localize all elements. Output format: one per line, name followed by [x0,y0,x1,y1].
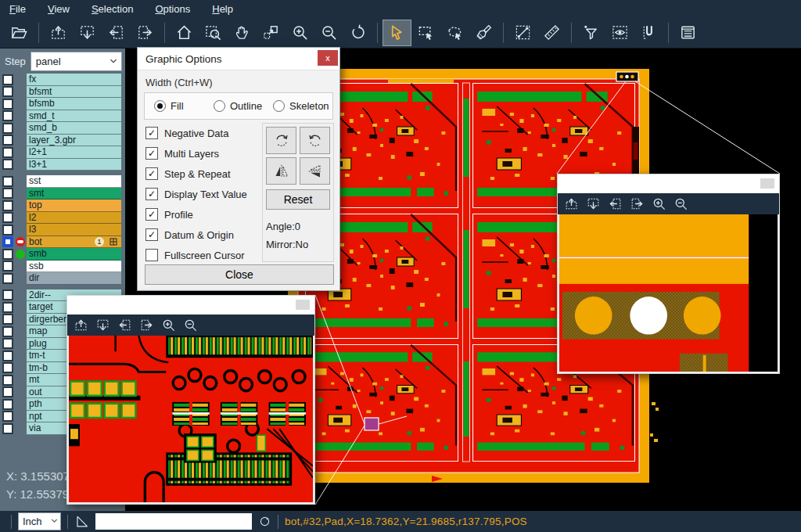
layer-visibility-checkbox[interactable] [2,399,13,410]
layer-row[interactable]: top [0,200,125,212]
polygon-select-icon[interactable] [440,20,469,46]
menu-selection[interactable]: Selection [92,3,133,15]
layer-visibility-checkbox[interactable] [2,302,13,313]
layer-visibility-checkbox[interactable] [2,159,13,170]
home-view-icon[interactable] [170,20,199,46]
menu-view[interactable]: View [48,3,70,15]
display-option-checkbox[interactable]: Step & Repeat [145,164,263,184]
layer-name[interactable]: ssb [27,261,121,273]
rect-select-icon[interactable] [411,20,440,46]
zoom-in-icon[interactable] [161,318,176,332]
pan-left-icon[interactable] [608,196,623,211]
layer-name[interactable]: bot1 [27,236,121,249]
layer-visibility-checkbox[interactable] [2,200,13,211]
layer-row[interactable]: smt [0,188,125,200]
flip-horizontal-icon[interactable] [266,157,296,185]
layer-row[interactable]: l3 [0,224,125,236]
zoom-in-icon[interactable] [286,20,314,46]
pan-right-icon[interactable] [630,196,645,211]
layer-visibility-checkbox[interactable] [2,261,13,271]
checkbox-box[interactable] [145,167,158,180]
layer-visibility-checkbox[interactable] [2,110,13,121]
layer-visibility-checkbox[interactable] [2,123,13,134]
layers-panel-icon[interactable] [673,20,702,46]
checkbox-box[interactable] [145,147,158,160]
display-option-checkbox[interactable]: Multi Layers [145,143,263,164]
open-file-icon[interactable] [5,20,34,46]
zoom-out-icon[interactable] [314,20,343,46]
display-option-checkbox[interactable]: Negative Data [145,123,263,143]
layer-visibility-checkbox[interactable] [2,176,13,187]
command-input[interactable] [95,513,252,530]
refresh-icon[interactable] [258,515,271,528]
layer-row[interactable]: l2+1 [0,146,125,159]
layer-row[interactable]: fx [0,74,125,86]
display-option-checkbox[interactable]: Profile [145,204,263,225]
checkbox-box[interactable] [145,188,158,200]
layer-row[interactable]: bot1 [0,236,125,249]
layer-visibility-checkbox[interactable] [2,225,13,235]
layer-name[interactable]: sst [27,175,121,188]
checkbox-box[interactable] [145,249,158,261]
unit-select[interactable]: Inch [18,512,61,530]
layer-row[interactable]: bfsmt [0,86,125,99]
layer-visibility-checkbox[interactable] [2,249,13,260]
display-option-checkbox[interactable]: Datum & Origin [145,225,263,245]
layer-name[interactable]: smb [27,248,121,261]
zoom-window-icon[interactable] [199,20,228,46]
layer-visibility-checkbox[interactable] [2,411,13,422]
layer-name[interactable]: smt [27,188,121,200]
pan-down-icon[interactable] [586,196,601,211]
layer-row[interactable]: bfsmb [0,98,125,110]
pan-hand-icon[interactable] [228,20,257,46]
angle-mode-icon[interactable] [74,514,89,529]
zoom-object-icon[interactable] [257,20,286,46]
layer-visibility-checkbox[interactable] [2,147,13,158]
layer-visibility-checkbox[interactable] [2,386,13,397]
filter-icon[interactable] [577,20,605,46]
zoom-out-icon[interactable] [183,318,198,332]
layer-visibility-checkbox[interactable] [2,326,13,337]
select-cursor-icon[interactable] [383,20,411,46]
measure-ruler-icon[interactable] [537,20,566,46]
layer-name[interactable]: l3+1 [27,159,121,171]
layer-visibility-checkbox[interactable] [2,423,13,434]
layer-visibility-checkbox[interactable] [2,99,13,110]
layer-row[interactable]: ssb [0,261,125,273]
pan-right-icon[interactable] [139,318,154,332]
window-menu-button[interactable] [296,300,310,310]
layer-name[interactable]: smd_b [27,122,121,135]
layer-visibility-checkbox[interactable] [2,135,13,146]
layer-name[interactable]: l3 [27,224,121,236]
checkbox-box[interactable] [145,228,158,241]
pan-left-icon[interactable] [117,318,132,332]
layer-visibility-checkbox[interactable] [2,236,13,247]
layer-name[interactable]: layer_3.gbr [27,135,121,147]
radio-dot[interactable] [273,100,285,112]
window-titlebar[interactable] [67,296,314,315]
layer-name[interactable]: bfsmb [27,98,121,110]
layer-name[interactable]: top [27,200,121,212]
layer-name[interactable]: dir [27,272,121,285]
zoom-in-icon[interactable] [652,196,666,211]
layer-name[interactable]: l2 [27,212,121,225]
display-option-checkbox[interactable]: Display Text Value [145,184,263,204]
rotate-cw-icon[interactable] [266,127,296,154]
snap-magnet-icon[interactable] [634,20,663,46]
clean-brush-icon[interactable] [469,20,498,46]
measure-distance-icon[interactable] [508,20,537,46]
pan-right-icon[interactable] [131,20,160,46]
window-menu-button[interactable] [760,178,774,189]
layer-visibility-checkbox[interactable] [2,350,13,361]
layer-visibility-checkbox[interactable] [2,86,13,97]
display-option-checkbox[interactable]: Fullscreen Cursor [145,245,263,265]
width-radio[interactable]: Outline [214,100,273,112]
menu-help[interactable]: Help [212,3,233,15]
layer-name[interactable]: bfsmt [27,86,121,99]
pan-down-icon[interactable] [73,20,102,46]
layer-visibility-checkbox[interactable] [2,314,13,325]
checkbox-box[interactable] [145,127,158,139]
width-radio[interactable]: Fill [154,100,214,112]
width-radio[interactable]: Skeleton [273,100,332,112]
layer-name[interactable]: l2+1 [27,146,121,159]
